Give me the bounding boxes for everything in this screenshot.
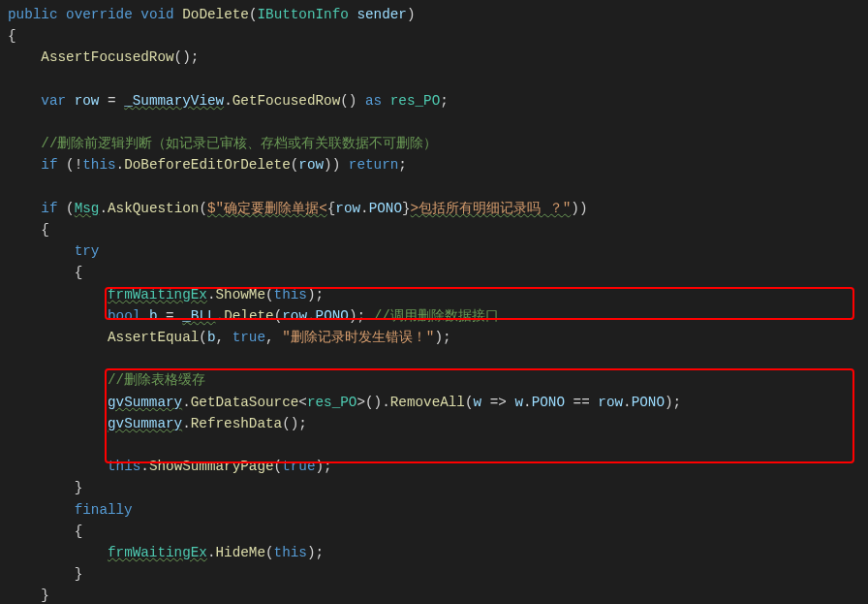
- kw-this: this: [274, 287, 307, 302]
- prop: PONO: [632, 395, 665, 410]
- method-call: AssertEqual: [108, 330, 199, 345]
- type: res_PO: [382, 93, 440, 109]
- class: frmWaitingEx: [108, 287, 207, 302]
- var-row: row: [75, 93, 100, 109]
- var: w: [514, 395, 523, 410]
- arg: row: [282, 308, 307, 324]
- kw-true: true: [282, 459, 315, 474]
- prop: PONO: [316, 308, 349, 324]
- interp-var: row: [335, 201, 360, 216]
- arg: b: [207, 330, 216, 345]
- arg: row: [298, 157, 324, 173]
- brace: }: [75, 480, 83, 495]
- brace: {: [41, 222, 49, 238]
- kw-this: this: [108, 459, 140, 474]
- kw-this: this: [82, 157, 115, 173]
- kw-void: void: [140, 7, 173, 22]
- lambda-param: w: [474, 395, 482, 410]
- method-call: HideMe: [216, 545, 265, 560]
- field: _BLL: [182, 308, 215, 324]
- kw-public: public: [8, 7, 57, 22]
- kw-this: this: [274, 545, 307, 560]
- kw-try: try: [75, 243, 100, 259]
- comment: //删除表格缓存: [108, 372, 205, 388]
- brace: }: [41, 588, 49, 603]
- string: >包括所有明细记录吗 ？": [411, 201, 572, 216]
- kw-as: as: [365, 93, 382, 109]
- code-editor: public override void DoDelete(IButtonInf…: [0, 0, 868, 604]
- comment: //调用删除数据接口: [374, 308, 499, 324]
- kw-var: var: [41, 93, 66, 109]
- var: gvSummary: [108, 395, 182, 410]
- method-call: GetDataSource: [191, 395, 299, 410]
- brace: {: [75, 265, 83, 280]
- kw-bool: bool: [108, 308, 140, 324]
- method-name: DoDelete: [182, 7, 249, 22]
- kw-if: if: [41, 201, 57, 216]
- type: res_PO: [307, 395, 356, 410]
- var: gvSummary: [108, 416, 182, 431]
- method-call: RemoveAll: [390, 395, 465, 410]
- prop: PONO: [369, 201, 402, 216]
- kw-finally: finally: [75, 502, 133, 518]
- method-call: Delete: [224, 308, 273, 324]
- field: _SummaryView: [124, 93, 224, 109]
- string: $"确定要删除单据<: [207, 201, 327, 216]
- method-call: DoBeforeEditOrDelete: [124, 157, 291, 173]
- kw-if: if: [41, 157, 57, 173]
- kw-true: true: [232, 330, 265, 345]
- prop: PONO: [532, 395, 565, 410]
- method-call: ShowMe: [216, 287, 265, 302]
- method-call: GetFocusedRow: [232, 93, 341, 109]
- var: row: [598, 395, 623, 410]
- brace: {: [8, 28, 16, 44]
- class: frmWaitingEx: [108, 545, 207, 560]
- param-name: sender: [356, 7, 406, 22]
- param-type: IButtonInfo: [257, 7, 348, 22]
- method-call: RefreshData: [191, 416, 282, 431]
- kw-return: return: [349, 157, 398, 173]
- string: "删除记录时发生错误！": [282, 330, 434, 345]
- method-call: AssertFocusedRow: [41, 49, 173, 65]
- method-call: ShowSummaryPage: [149, 459, 274, 474]
- brace: {: [75, 524, 83, 539]
- brace: }: [75, 566, 83, 582]
- class: Msg: [75, 201, 100, 216]
- method-call: AskQuestion: [108, 201, 199, 216]
- comment: //删除前逻辑判断（如记录已审核、存档或有关联数据不可删除）: [41, 136, 437, 151]
- kw-override: override: [66, 7, 133, 22]
